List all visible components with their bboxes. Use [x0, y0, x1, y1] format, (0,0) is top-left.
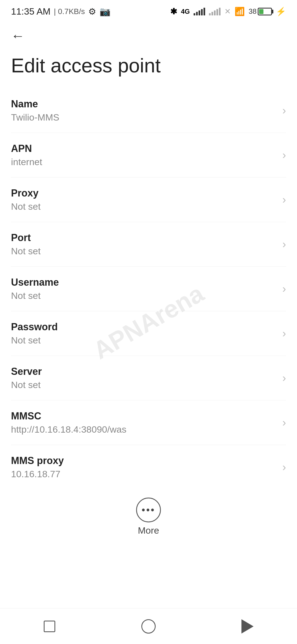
settings-item-label: Proxy — [11, 187, 277, 199]
settings-item-content: Username Not set — [11, 277, 277, 301]
settings-item-value: Not set — [11, 201, 277, 212]
settings-item-username[interactable]: Username Not set › — [11, 267, 286, 311]
status-left: 11:35 AM | 0.7KB/s ⚙ 📷 — [11, 6, 111, 17]
chevron-right-icon: › — [282, 193, 286, 206]
nav-square-icon — [44, 621, 55, 632]
charging-icon: ⚡ — [276, 7, 286, 16]
settings-item-value: Not set — [11, 335, 277, 346]
chevron-right-icon: › — [282, 327, 286, 340]
nav-home-button[interactable] — [139, 617, 158, 636]
chevron-right-icon: › — [282, 104, 286, 117]
settings-item-value: internet — [11, 157, 277, 167]
settings-item-apn[interactable]: APN internet › — [11, 133, 286, 178]
settings-item-server[interactable]: Server Not set › — [11, 356, 286, 400]
settings-item-label: MMS proxy — [11, 455, 277, 466]
back-button[interactable]: ← — [0, 21, 297, 48]
no-signal-icon: ✕ — [224, 7, 231, 16]
settings-item-name[interactable]: Name Twilio-MMS › — [11, 88, 286, 133]
settings-item-label: Password — [11, 321, 277, 333]
battery-indicator: 38 — [249, 7, 272, 16]
more-dots-icon: ••• — [142, 505, 155, 515]
chevron-right-icon: › — [282, 416, 286, 429]
chevron-right-icon: › — [282, 149, 286, 161]
chevron-right-icon: › — [282, 238, 286, 250]
signal-bars-2 — [209, 8, 221, 15]
nav-recents-button[interactable] — [40, 617, 59, 636]
chevron-right-icon: › — [282, 372, 286, 384]
settings-item-label: Username — [11, 277, 277, 288]
signal-bars-1 — [194, 8, 205, 15]
settings-item-content: APN internet — [11, 143, 277, 167]
time-display: 11:35 AM — [11, 6, 51, 17]
video-icon: 📷 — [100, 6, 111, 17]
page-title: Edit access point — [0, 48, 297, 88]
settings-item-content: Port Not set — [11, 232, 277, 256]
nav-circle-icon — [141, 619, 156, 634]
4g-icon: 4G — [181, 8, 190, 15]
settings-item-value: 10.16.18.77 — [11, 469, 277, 479]
settings-item-value: Not set — [11, 290, 277, 301]
more-label: More — [138, 525, 159, 536]
chevron-right-icon: › — [282, 283, 286, 295]
settings-item-content: MMS proxy 10.16.18.77 — [11, 455, 277, 479]
settings-item-proxy[interactable]: Proxy Not set › — [11, 178, 286, 222]
status-right: ✱ 4G ✕ 📶 38 ⚡ — [170, 7, 286, 16]
settings-list: Name Twilio-MMS › APN internet › Proxy N… — [0, 88, 297, 489]
settings-item-content: Server Not set — [11, 366, 277, 390]
settings-item-label: MMSC — [11, 410, 277, 422]
status-bar: 11:35 AM | 0.7KB/s ⚙ 📷 ✱ 4G ✕ 📶 38 — [0, 0, 297, 21]
settings-item-label: APN — [11, 143, 277, 154]
settings-item-port[interactable]: Port Not set › — [11, 222, 286, 267]
more-button[interactable]: ••• — [136, 498, 161, 522]
settings-item-content: Password Not set — [11, 321, 277, 346]
settings-item-label: Name — [11, 98, 277, 110]
nav-triangle-icon — [241, 619, 254, 634]
wifi-icon: 📶 — [235, 7, 245, 16]
settings-item-content: Proxy Not set — [11, 187, 277, 212]
settings-item-content: MMSC http://10.16.18.4:38090/was — [11, 410, 277, 435]
settings-item-content: Name Twilio-MMS — [11, 98, 277, 123]
back-arrow-icon: ← — [11, 28, 25, 43]
navigation-bar — [0, 608, 297, 644]
settings-item-label: Server — [11, 366, 277, 377]
nav-back-button[interactable] — [238, 617, 257, 636]
settings-item-value: Not set — [11, 380, 277, 390]
settings-item-password[interactable]: Password Not set › — [11, 311, 286, 356]
settings-item-value: Twilio-MMS — [11, 112, 277, 123]
settings-item-value: Not set — [11, 246, 277, 256]
speed-display: | 0.7KB/s — [54, 7, 85, 16]
settings-item-mmsc[interactable]: MMSC http://10.16.18.4:38090/was › — [11, 400, 286, 445]
settings-item-mms-proxy[interactable]: MMS proxy 10.16.18.77 › — [11, 445, 286, 489]
settings-item-label: Port — [11, 232, 277, 244]
chevron-right-icon: › — [282, 461, 286, 473]
bluetooth-icon: ✱ — [170, 7, 177, 16]
settings-icon: ⚙ — [88, 6, 96, 17]
settings-item-value: http://10.16.18.4:38090/was — [11, 424, 277, 435]
more-button-container: ••• More — [0, 489, 297, 541]
